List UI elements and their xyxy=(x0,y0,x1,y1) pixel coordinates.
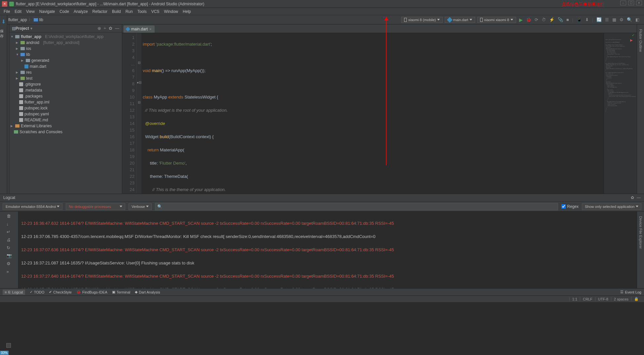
close-tab-icon[interactable]: × xyxy=(149,27,151,31)
tree-iml[interactable]: flutter_app.iml xyxy=(9,99,122,105)
logcat-search[interactable]: 🔍 xyxy=(155,203,558,210)
menu-run[interactable]: Run xyxy=(123,9,135,14)
more-icon[interactable]: » xyxy=(7,269,12,274)
status-lineend[interactable]: CRLF xyxy=(580,297,595,301)
debug-icon[interactable]: 🐞 xyxy=(526,17,531,22)
run-config-selector[interactable]: main.dart xyxy=(445,17,475,23)
minimap[interactable]: ✓ ▶ import 'package:flutter/material.dar… xyxy=(604,33,637,194)
tree-metadata[interactable]: .metadata xyxy=(9,87,122,93)
menu-edit[interactable]: Edit xyxy=(12,9,24,14)
tab-checkstyle[interactable]: ✔ CheckStyle xyxy=(49,290,72,294)
close-win-icon[interactable]: ✕ xyxy=(636,1,642,5)
tree-pubspecyaml[interactable]: pubspec.yaml xyxy=(9,111,122,117)
wrap-icon[interactable]: ↵ xyxy=(7,229,12,235)
menu-navigate[interactable]: Navigate xyxy=(37,9,57,14)
tree-readme[interactable]: README.md xyxy=(9,117,122,123)
log-line: 12-23 16:37:27.640 1614-1674/? E/WifiSta… xyxy=(21,273,634,280)
tree-maindart[interactable]: main.dart xyxy=(9,63,122,69)
tree-res[interactable]: ▶res xyxy=(9,69,122,75)
avd-icon[interactable]: 📱 xyxy=(577,17,582,22)
status-encoding[interactable]: UTF-8 xyxy=(595,297,611,301)
scroll-end-icon[interactable]: ↓ xyxy=(7,221,12,227)
attach-icon[interactable]: 📎 xyxy=(558,17,563,22)
regex-checkbox[interactable]: Regex xyxy=(561,204,579,209)
print-icon[interactable]: 🖨 xyxy=(7,237,12,243)
settings-icon[interactable]: ⚙ xyxy=(7,261,12,266)
tree-ios[interactable]: ▶ios xyxy=(9,46,122,52)
minimize-icon[interactable]: ─ xyxy=(620,1,626,5)
menu-view[interactable]: View xyxy=(24,9,37,14)
status-pos[interactable]: 1:1 xyxy=(569,297,580,301)
gear-icon[interactable]: ✿ xyxy=(109,26,112,31)
filter-selector[interactable]: Show only selected application xyxy=(582,203,641,210)
search-icon[interactable]: 🔍 xyxy=(627,17,632,22)
menu-refactor[interactable]: Refactor xyxy=(90,9,110,14)
tree-lib[interactable]: ▼lib xyxy=(9,52,122,58)
gear-icon[interactable]: ✿ xyxy=(631,195,634,200)
device-selector[interactable]: xiaomi 8 (mobile) xyxy=(401,17,443,23)
hot-reload-icon[interactable]: ⚡ xyxy=(549,17,554,22)
stop-icon[interactable]: ■ xyxy=(566,17,569,22)
emulator-selector[interactable]: Emulator emulator-5554 Androi xyxy=(3,203,62,210)
menu-window[interactable]: Window xyxy=(162,9,180,14)
clear-icon[interactable]: 🗑 xyxy=(7,214,12,219)
structure-icon[interactable]: ☰ xyxy=(605,17,609,22)
tree-pubspeclock[interactable]: pubspec.lock xyxy=(9,105,122,111)
coverage-icon[interactable]: ⟳ xyxy=(535,17,538,22)
collapse-icon[interactable]: ÷ xyxy=(104,26,106,31)
menu-build[interactable]: Build xyxy=(110,9,123,14)
tab-dart-analysis[interactable]: ◆ Dart Analysis xyxy=(135,290,160,294)
tab-todo[interactable]: ✓ TODO xyxy=(30,290,45,294)
breadcrumb-lib[interactable]: lib xyxy=(39,18,43,22)
sdk-icon[interactable]: ⬇ xyxy=(585,17,589,22)
tree-scratches[interactable]: Scratches and Consoles xyxy=(9,129,122,135)
restart-icon[interactable]: ↻ xyxy=(7,245,12,251)
maximize-icon[interactable]: ☐ xyxy=(628,1,634,5)
breadcrumb-root[interactable]: flutter_app xyxy=(8,18,27,22)
menu-code[interactable]: Code xyxy=(57,9,71,14)
tree-extlib[interactable]: ▶External Libraries xyxy=(9,123,122,129)
tree-gitignore[interactable]: .gitignore xyxy=(9,81,122,87)
editor-tab-maindart[interactable]: main.dart × xyxy=(124,25,155,33)
profile-icon[interactable]: ⏱ xyxy=(542,17,546,22)
tab-findbugs[interactable]: 🐞 FindBugs-IDEA xyxy=(76,290,107,294)
tree-root[interactable]: ▼flutter_app E:\Android_workplace\flutte… xyxy=(9,34,122,40)
hide-icon[interactable]: — xyxy=(115,26,119,31)
tree-test[interactable]: ▶test xyxy=(9,75,122,81)
device-selector-2[interactable]: xiaomi xiaomi 8 xyxy=(477,17,516,23)
run-icon[interactable]: ▶ xyxy=(519,17,523,22)
menu-help[interactable]: Help xyxy=(180,9,193,14)
sync-icon[interactable]: 🔄 xyxy=(596,17,602,22)
tab-logcat[interactable]: ≡ 6: Logcat xyxy=(3,290,25,295)
menu-vcs[interactable]: VCS xyxy=(149,9,162,14)
menu-tools[interactable]: Tools xyxy=(135,9,149,14)
layout-icon[interactable]: ▦ xyxy=(612,17,616,22)
settings-icon[interactable]: ⚙ xyxy=(620,17,624,22)
zoom-badge[interactable]: 00% xyxy=(0,351,9,355)
hide-icon[interactable]: — xyxy=(637,195,641,200)
menu-analyze[interactable]: Analyze xyxy=(71,9,90,14)
code-area[interactable]: import 'package:flutter/material.dart'; … xyxy=(141,33,604,194)
logcat-output[interactable]: 12-23 16:36:47.632 1614-1674/? E/WifiSta… xyxy=(19,212,637,288)
tab-device-explorer[interactable]: Device File Explorer xyxy=(639,214,643,251)
status-lock-icon[interactable]: 🔒 xyxy=(631,297,641,301)
close-icon[interactable]: ✕ xyxy=(2,1,7,7)
menu-file[interactable]: File xyxy=(1,9,12,14)
tree-packages[interactable]: .packages xyxy=(9,93,122,99)
level-selector[interactable]: Verbose xyxy=(129,203,151,210)
tab-flutter-outline[interactable]: Flutter Outline xyxy=(639,27,643,54)
status-spaces[interactable]: 2 spaces xyxy=(611,297,631,301)
tab-terminal[interactable]: ▣ Terminal xyxy=(112,290,131,294)
help-icon[interactable]: ◧ xyxy=(635,17,639,22)
save-button[interactable]: 保存 xyxy=(0,29,7,39)
tree-generated[interactable]: ▶generated xyxy=(9,58,122,63)
tree-android[interactable]: ▶android [flutter_app_android] xyxy=(9,40,122,46)
square-indicator[interactable] xyxy=(6,343,11,348)
process-selector[interactable]: No debuggable processes xyxy=(66,203,125,210)
download-icon[interactable]: ⬇ xyxy=(1,19,6,25)
editor-body[interactable]: 1234...678910 11121314151617181920 21222… xyxy=(122,33,637,194)
target-icon[interactable]: ⊕ xyxy=(97,26,101,31)
screenshot-icon[interactable]: 📷 xyxy=(7,253,12,258)
chevron-down-icon[interactable]: ▾ xyxy=(30,26,32,31)
tab-event-log[interactable]: ☰ Event Log xyxy=(620,290,641,294)
